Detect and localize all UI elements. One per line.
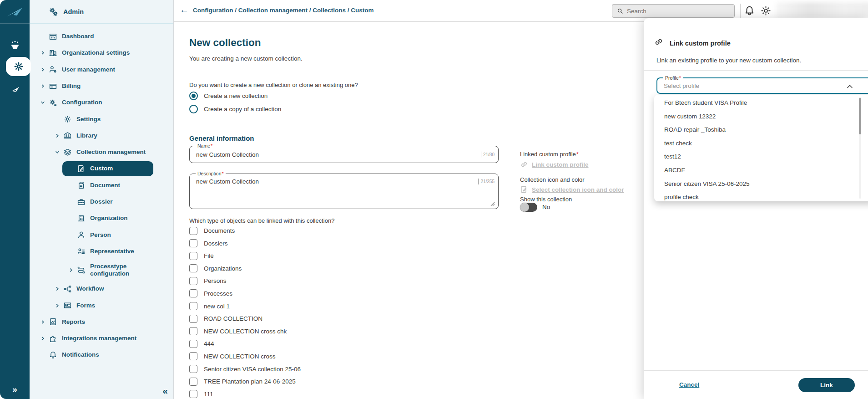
profile-option-test12[interactable]: test12 xyxy=(654,150,868,164)
profile-option-abcde[interactable]: ABCDE xyxy=(654,164,868,177)
sidebar-item-document[interactable]: Document xyxy=(30,177,173,194)
checkbox[interactable] xyxy=(189,340,197,348)
forms-icon xyxy=(63,301,72,310)
sidebar-item-dossier[interactable]: Dossier xyxy=(30,194,173,210)
library-icon xyxy=(63,131,72,140)
radio-create-copy[interactable]: Create a copy of a collection xyxy=(189,105,281,113)
origami-icon[interactable] xyxy=(0,83,30,95)
sidebar-item-label: User management xyxy=(62,66,115,73)
sidebar-item-label: Integrations management xyxy=(62,335,136,342)
collection-icon-color-label: Collection icon and color xyxy=(520,176,585,183)
checkbox[interactable] xyxy=(189,315,197,323)
sidebar-item-forms[interactable]: Forms xyxy=(30,297,173,313)
expand-rail-icon[interactable]: » xyxy=(0,384,30,394)
cancel-button[interactable]: Cancel xyxy=(679,381,699,388)
checkbox[interactable] xyxy=(189,227,197,235)
chevron-right-icon xyxy=(52,133,62,138)
billing-card-icon xyxy=(49,82,57,91)
profile-option-test-check[interactable]: test check xyxy=(654,137,868,150)
dropdown-scrollbar-thumb[interactable] xyxy=(859,98,861,134)
radio-icon[interactable] xyxy=(189,92,198,100)
link-custom-profile-action[interactable]: Link custom profile xyxy=(520,160,589,169)
sidebar: Admin DashboardOrganizational settingsUs… xyxy=(30,0,174,399)
object-type-row-new-collection-cross-chk: NEW COLLECTION cross chk xyxy=(189,327,301,336)
description-char-counter: 21/255 xyxy=(478,179,495,184)
radio-create-new[interactable]: Create a new collection xyxy=(189,92,267,100)
back-arrow-icon[interactable]: ← xyxy=(180,5,189,15)
checkbox[interactable] xyxy=(189,264,197,272)
puzzle-icon xyxy=(49,334,57,343)
sidebar-item-user-management[interactable]: User management xyxy=(30,61,173,78)
briefcase-icon xyxy=(77,198,86,206)
sidebar-item-person[interactable]: Person xyxy=(30,227,173,243)
notifications-bell-icon[interactable] xyxy=(744,5,755,16)
person-icon xyxy=(77,230,86,239)
collapse-sidebar-icon[interactable]: « xyxy=(162,385,168,396)
chevron-right-icon xyxy=(38,319,48,325)
search-input[interactable] xyxy=(627,8,730,15)
description-field: Description* new Custom Collection 21/25… xyxy=(189,174,499,209)
sidebar-item-notifications[interactable]: Notifications xyxy=(30,347,173,363)
profile-option-new-custom-12322[interactable]: new custom 12322 xyxy=(654,110,868,123)
chevron-down-icon xyxy=(38,100,48,105)
radio-icon[interactable] xyxy=(189,105,198,113)
sidebar-item-workflow[interactable]: Workflow xyxy=(30,281,173,297)
profile-option-for-btech-student-visa-profile[interactable]: For Btech student VISA Profile xyxy=(654,96,868,110)
description-input[interactable]: new Custom Collection xyxy=(196,178,466,197)
sidebar-item-library[interactable]: Library xyxy=(30,128,173,144)
checkbox[interactable] xyxy=(189,302,197,310)
sidebar-item-representative[interactable]: Representative xyxy=(30,243,173,260)
object-types-list: DocumentsDossiersFileOrganizationsPerson… xyxy=(189,226,301,399)
settings-gear-icon[interactable] xyxy=(760,5,772,16)
sidebar-item-settings[interactable]: Settings xyxy=(30,111,173,127)
show-collection-label: Show this collection xyxy=(520,196,572,203)
sidebar-item-collection-management[interactable]: Collection management xyxy=(30,144,173,160)
checkbox[interactable] xyxy=(189,252,197,260)
resize-handle-icon[interactable] xyxy=(490,202,495,206)
checkbox[interactable] xyxy=(189,327,197,335)
radio-label: Create a copy of a collection xyxy=(204,106,281,113)
search-box xyxy=(612,4,735,18)
user-profile-blurred[interactable] xyxy=(776,2,868,19)
sidebar-item-reports[interactable]: Reports xyxy=(30,314,173,330)
sidebar-item-label: Reports xyxy=(62,318,85,326)
object-type-row-tree-plantation-plan-24-06-2025: TREE Plantation plan 24-06-2025 xyxy=(189,377,301,386)
checkbox[interactable] xyxy=(189,390,197,398)
profile-select-field[interactable]: Profile* Select profile xyxy=(656,77,868,94)
profile-option-senior-citizen-visa-25-06-2025[interactable]: Senior citizen VISA 25-06-2025 xyxy=(654,177,868,191)
page-title: New collection xyxy=(189,37,261,49)
sidebar-item-organizational-settings[interactable]: Organizational settings xyxy=(30,45,173,61)
admin-gears-icon xyxy=(49,7,58,16)
sidebar-item-processtype-configuration[interactable]: Processtype configuration xyxy=(30,260,173,281)
name-input[interactable] xyxy=(196,146,470,163)
sidebar-item-label: Settings xyxy=(76,116,101,123)
sidebar-item-custom[interactable]: Custom xyxy=(30,160,173,177)
sidebar-item-dashboard[interactable]: Dashboard xyxy=(30,28,173,45)
profile-dropdown: For Btech student VISA Profilenew custom… xyxy=(654,95,868,201)
chevron-up-icon[interactable] xyxy=(846,83,853,90)
profile-option-road-repair-toshiba[interactable]: ROAD repair _Toshiba xyxy=(654,123,868,137)
checkbox-label: ROAD COLLECTION xyxy=(204,315,262,322)
chevron-down-icon xyxy=(52,149,62,155)
checkbox[interactable] xyxy=(189,277,197,285)
link-button[interactable]: Link xyxy=(798,378,855,392)
sidebar-item-configuration[interactable]: Configuration xyxy=(30,94,173,111)
checkbox[interactable] xyxy=(189,289,197,297)
app-logo-icon[interactable] xyxy=(6,5,23,20)
checkbox[interactable] xyxy=(189,365,197,373)
checkbox[interactable] xyxy=(189,352,197,360)
sidebar-item-integrations-management[interactable]: Integrations management xyxy=(30,330,173,347)
toggle-knob[interactable] xyxy=(520,203,529,212)
checkbox[interactable] xyxy=(189,239,197,247)
object-type-row-senior-citizen-visa-collection-25-06: Senior citizen VISA collection 25-06 xyxy=(189,365,301,373)
workspace-icon[interactable] xyxy=(0,39,30,51)
rail-item-admin-active[interactable] xyxy=(6,57,31,76)
checkbox[interactable] xyxy=(189,378,197,386)
sidebar-item-organization[interactable]: Organization xyxy=(30,210,173,226)
representative-icon xyxy=(77,247,86,256)
select-icon-color-action[interactable]: Select collection icon and color xyxy=(520,185,624,194)
show-collection-toggle[interactable] xyxy=(520,203,537,212)
profile-option-profile-check[interactable]: profile check xyxy=(654,190,868,204)
page-subtitle: You are creating a new custom collection… xyxy=(189,55,303,62)
sidebar-item-billing[interactable]: Billing xyxy=(30,78,173,94)
